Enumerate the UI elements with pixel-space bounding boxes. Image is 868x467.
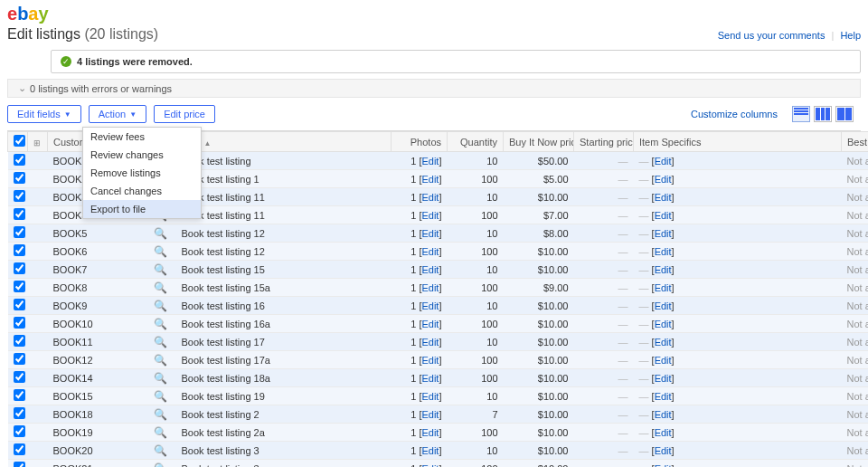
row-checkbox[interactable]: [14, 172, 25, 184]
magnifier-icon[interactable]: 🔍: [154, 426, 167, 439]
col-photos[interactable]: Photos: [392, 132, 448, 152]
edit-photos-link[interactable]: Edit: [421, 463, 439, 468]
errors-bar[interactable]: ⌄ 0 listings with errors or warnings: [7, 79, 861, 98]
view-rows-icon[interactable]: [792, 106, 810, 122]
table-row: BOOK8🔍Book test listing 15a1 [Edit]100$9…: [8, 279, 869, 297]
row-checkbox[interactable]: [14, 407, 25, 419]
edit-item-specifics-link[interactable]: Edit: [655, 445, 672, 456]
col-bin-price[interactable]: Buy It Now price: [504, 132, 574, 152]
edit-photos-link[interactable]: Edit: [421, 337, 439, 348]
edit-item-specifics-link[interactable]: Edit: [655, 319, 672, 329]
edit-photos-link[interactable]: Edit: [421, 391, 439, 402]
row-checkbox[interactable]: [14, 443, 25, 455]
toolbar: Edit fields▼ Action▼ Edit price Customiz…: [0, 98, 868, 130]
edit-photos-link[interactable]: Edit: [421, 174, 439, 185]
edit-photos-link[interactable]: Edit: [421, 192, 439, 203]
action-menu-item[interactable]: Review fees: [83, 128, 201, 146]
edit-fields-button[interactable]: Edit fields▼: [7, 105, 81, 123]
action-menu-item[interactable]: Cancel changes: [83, 182, 201, 200]
edit-item-specifics-link[interactable]: Edit: [655, 156, 672, 167]
edit-photos-link[interactable]: Edit: [421, 445, 439, 456]
edit-item-specifics-link[interactable]: Edit: [655, 174, 672, 185]
edit-item-specifics-link[interactable]: Edit: [655, 300, 672, 311]
action-menu-item[interactable]: Review changes: [83, 146, 201, 164]
magnifier-icon[interactable]: 🔍: [154, 408, 167, 421]
edit-item-specifics-link[interactable]: Edit: [655, 282, 672, 293]
action-button[interactable]: Action▼: [89, 105, 147, 123]
edit-price-button[interactable]: Edit price: [154, 105, 215, 123]
help-link[interactable]: Help: [840, 30, 861, 41]
row-start-price: —: [618, 264, 628, 275]
edit-item-specifics-link[interactable]: Edit: [655, 355, 672, 366]
edit-photos-link[interactable]: Edit: [421, 210, 439, 221]
edit-photos-link[interactable]: Edit: [421, 409, 439, 420]
magnifier-icon[interactable]: 🔍: [154, 390, 167, 403]
col-title[interactable]: Title▲: [176, 132, 392, 152]
customize-columns-link[interactable]: Customize columns: [691, 109, 778, 119]
chevron-down-icon[interactable]: ⌄: [14, 82, 30, 94]
edit-photos-link[interactable]: Edit: [421, 427, 439, 438]
row-checkbox[interactable]: [14, 190, 25, 202]
col-item-specifics[interactable]: Item Specifics: [634, 132, 842, 152]
edit-photos-link[interactable]: Edit: [421, 246, 439, 257]
magnifier-icon[interactable]: 🔍: [154, 263, 167, 276]
magnifier-icon[interactable]: 🔍: [154, 354, 167, 367]
edit-item-specifics-link[interactable]: Edit: [655, 264, 672, 275]
select-all-checkbox[interactable]: [14, 135, 25, 147]
row-checkbox[interactable]: [14, 226, 25, 238]
action-menu-item[interactable]: Remove listings: [83, 164, 201, 182]
edit-item-specifics-link[interactable]: Edit: [655, 192, 672, 203]
view-split-icon[interactable]: [835, 106, 854, 122]
row-checkbox[interactable]: [14, 317, 25, 329]
edit-photos-link[interactable]: Edit: [421, 373, 439, 384]
magnifier-icon[interactable]: 🔍: [154, 336, 167, 348]
magnifier-icon[interactable]: 🔍: [154, 444, 167, 457]
magnifier-icon[interactable]: 🔍: [154, 318, 167, 330]
row-checkbox[interactable]: [14, 462, 25, 467]
col-best-offer[interactable]: Best Offer: [842, 132, 869, 152]
edit-item-specifics-link[interactable]: Edit: [655, 391, 672, 402]
edit-item-specifics-link[interactable]: Edit: [655, 373, 672, 384]
edit-photos-link[interactable]: Edit: [421, 282, 439, 293]
row-checkbox[interactable]: [14, 208, 25, 220]
edit-item-specifics-link[interactable]: Edit: [655, 337, 672, 348]
row-checkbox[interactable]: [14, 371, 25, 383]
row-checkbox[interactable]: [14, 262, 25, 274]
edit-item-specifics-link[interactable]: Edit: [655, 228, 672, 239]
row-checkbox[interactable]: [14, 281, 25, 292]
row-checkbox[interactable]: [14, 244, 25, 256]
col-expand[interactable]: ⊞: [28, 132, 48, 152]
row-checkbox[interactable]: [14, 154, 25, 166]
edit-item-specifics-link[interactable]: Edit: [655, 246, 672, 257]
edit-photos-link[interactable]: Edit: [421, 264, 439, 275]
magnifier-icon[interactable]: 🔍: [154, 462, 167, 468]
edit-photos-link[interactable]: Edit: [421, 319, 439, 329]
magnifier-icon[interactable]: 🔍: [154, 245, 167, 258]
edit-photos-link[interactable]: Edit: [421, 156, 439, 167]
col-checkbox[interactable]: [8, 132, 28, 152]
magnifier-icon[interactable]: 🔍: [154, 227, 167, 240]
edit-item-specifics-link[interactable]: Edit: [655, 409, 672, 420]
col-starting-price[interactable]: Starting price: [574, 132, 634, 152]
row-checkbox[interactable]: [14, 353, 25, 365]
row-title: Book test listing 2a: [182, 427, 265, 438]
edit-item-specifics-link[interactable]: Edit: [655, 427, 672, 438]
magnifier-icon[interactable]: 🔍: [154, 300, 167, 312]
row-checkbox[interactable]: [14, 335, 25, 347]
row-start-price: —: [618, 210, 628, 221]
edit-item-specifics-link[interactable]: Edit: [655, 463, 672, 468]
send-comments-link[interactable]: Send us your comments: [718, 30, 826, 41]
edit-photos-link[interactable]: Edit: [421, 355, 439, 366]
row-checkbox[interactable]: [14, 389, 25, 401]
row-expand-cell: [28, 424, 48, 442]
edit-photos-link[interactable]: Edit: [421, 300, 439, 311]
magnifier-icon[interactable]: 🔍: [154, 372, 167, 385]
view-compact-icon[interactable]: [814, 106, 832, 122]
magnifier-icon[interactable]: 🔍: [154, 281, 167, 294]
edit-item-specifics-link[interactable]: Edit: [655, 210, 672, 221]
row-checkbox[interactable]: [14, 425, 25, 437]
row-checkbox[interactable]: [14, 299, 25, 310]
action-menu-item[interactable]: Export to file: [83, 200, 201, 218]
edit-photos-link[interactable]: Edit: [421, 228, 439, 239]
col-quantity[interactable]: Quantity: [448, 132, 504, 152]
